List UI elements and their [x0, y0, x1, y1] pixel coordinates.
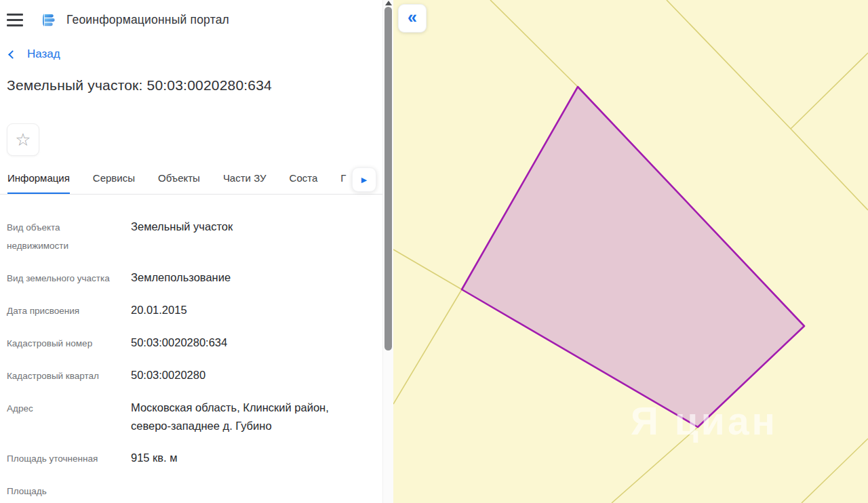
page-title: Земельный участок: 50:03:0020280:634: [7, 77, 382, 94]
portal-logo-icon: [41, 12, 57, 28]
map-view[interactable]: Я циан «: [393, 0, 868, 503]
info-row-parcel-kind: Вид земельного участка Землепользование: [7, 268, 362, 287]
menu-icon[interactable]: [7, 14, 23, 26]
row-label: Адрес: [7, 399, 131, 435]
row-label: Дата присвоения: [7, 301, 131, 320]
info-list: Вид объекта недвижимости Земельный участ…: [0, 195, 372, 503]
cadastral-map-canvas: [393, 0, 868, 503]
info-panel: Геоинформационный портал Назад Земельный…: [0, 0, 382, 503]
arrow-right-icon: ▶: [361, 176, 367, 184]
tab-information[interactable]: Информация: [7, 172, 70, 195]
tab-composition[interactable]: Соста: [290, 172, 318, 195]
row-label: Площадь: [7, 481, 131, 500]
chevron-left-icon: [8, 50, 17, 59]
row-value: 50:03:0020280:634: [131, 334, 227, 353]
back-label: Назад: [27, 47, 60, 61]
info-row-address: Адрес Московская область, Клинский район…: [7, 399, 362, 435]
tab-clipped[interactable]: Г: [340, 172, 346, 195]
info-row-assign-date: Дата присвоения 20.01.2015: [7, 301, 362, 320]
tab-services[interactable]: Сервисы: [93, 172, 135, 195]
row-value: 915 кв. м: [131, 449, 178, 468]
info-row-refined-area: Площадь уточненная 915 кв. м: [7, 449, 362, 468]
parcel-polygon[interactable]: [462, 87, 804, 427]
row-label: Площадь уточненная: [7, 449, 131, 468]
row-value: Земельный участок: [131, 218, 233, 255]
row-value: 20.01.2015: [131, 301, 187, 320]
row-value: Московская область, Клинский район, севе…: [131, 399, 362, 435]
info-row-object-kind: Вид объекта недвижимости Земельный участ…: [7, 218, 362, 255]
row-value: Землепользование: [131, 268, 231, 287]
info-row-area: Площадь: [7, 481, 362, 500]
info-row-cadastral-number: Кадастровый номер 50:03:0020280:634: [7, 334, 362, 353]
tabs-scroll-right-button[interactable]: ▶: [352, 167, 376, 192]
scrollbar-thumb[interactable]: [384, 7, 392, 350]
panel-scrollbar[interactable]: [382, 0, 393, 503]
panel-header: Геоинформационный портал: [0, 0, 382, 30]
row-value: 50:03:0020280: [131, 366, 205, 385]
row-label: Вид земельного участка: [7, 268, 131, 287]
app-title: Геоинформационный портал: [66, 13, 229, 27]
row-label: Кадастровый номер: [7, 334, 131, 353]
favorite-button[interactable]: ☆: [7, 123, 39, 156]
star-icon: ☆: [15, 131, 31, 148]
double-chevron-left-icon: «: [408, 7, 417, 27]
info-row-cadastral-quarter: Кадастровый квартал 50:03:0020280: [7, 366, 362, 385]
scroll-up-arrow-icon[interactable]: [385, 1, 392, 5]
tab-objects[interactable]: Объекты: [158, 172, 200, 195]
row-label: Вид объекта недвижимости: [7, 218, 131, 255]
collapse-panel-button[interactable]: «: [398, 4, 427, 33]
row-label: Кадастровый квартал: [7, 366, 131, 385]
tab-parcel-parts[interactable]: Части ЗУ: [223, 172, 267, 195]
tabs-bar: Информация Сервисы Объекты Части ЗУ Сост…: [0, 167, 382, 195]
back-button[interactable]: Назад: [9, 47, 382, 61]
